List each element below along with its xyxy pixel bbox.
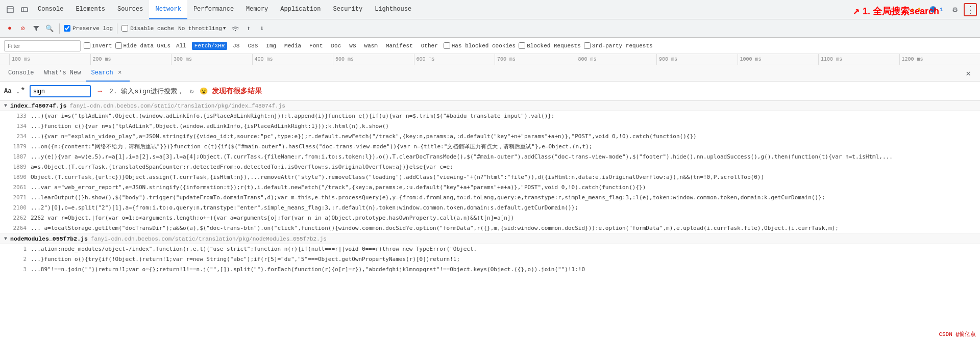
disable-cache-label[interactable]: Disable cache <box>121 25 174 32</box>
line-number: 1889 <box>12 163 31 172</box>
filter-font[interactable]: Font <box>307 42 325 50</box>
preserve-log-label[interactable]: Preserve log <box>64 25 113 32</box>
result-row[interactable]: 1890 Object.(T.currTask,{url:c})}Object.… <box>0 172 980 182</box>
result-row[interactable]: 2264 ... a=localStorage.getItem("docTran… <box>0 223 980 233</box>
tab-memory[interactable]: Memory <box>240 0 274 19</box>
filter-manifest[interactable]: Manifest <box>383 42 415 50</box>
result-row[interactable]: 3 ...89"!==n.join(""))return!1;var o={};… <box>0 265 980 275</box>
filter-ws[interactable]: WS <box>347 42 358 50</box>
third-party-label[interactable]: 3rd-party requests <box>584 42 653 49</box>
timeline-mark: 800 ms <box>576 54 657 65</box>
panel-tab-console[interactable]: Console <box>3 65 39 82</box>
result-row[interactable]: 2071 ...learOutput()}h.show(),$("body").… <box>0 193 980 203</box>
result-row[interactable]: 234 ...){var n="explain_video_play",a=JS… <box>0 132 980 142</box>
separator-1 <box>59 23 60 34</box>
invert-checkbox[interactable] <box>84 42 90 49</box>
line-number: 2071 <box>12 193 31 202</box>
svg-rect-0 <box>7 7 13 13</box>
tab-application[interactable]: Application <box>274 0 327 19</box>
has-blocked-label[interactable]: Has blocked cookies <box>444 42 516 49</box>
devtools-dock-icon[interactable] <box>3 0 17 19</box>
preserve-log-checkbox[interactable] <box>64 25 70 32</box>
search-refresh-icon[interactable]: ↻ <box>190 87 194 95</box>
file-group: ▼ nodeModules_055f7b2.js fanyi-cdn.cdn.b… <box>0 234 980 275</box>
stop-button[interactable]: ⊘ <box>17 23 29 34</box>
result-row[interactable]: 2061 ...var a="web_error_report",e=JSON.… <box>0 182 980 193</box>
timeline: 100 ms200 ms300 ms400 ms500 ms600 ms700 … <box>0 54 980 65</box>
panel-tab-whats-new[interactable]: What's New <box>39 65 86 82</box>
download-icon[interactable]: ⬇ <box>256 23 267 34</box>
tab-performance[interactable]: Performance <box>187 0 240 19</box>
filter-js[interactable]: JS <box>230 42 242 50</box>
filter-wasm[interactable]: Wasm <box>362 42 380 50</box>
result-row[interactable]: 1879 ...on({n:{content:"网络不给力，请稍后重试"}})}… <box>0 142 980 152</box>
timeline-mark: 600 ms <box>414 54 495 65</box>
has-blocked-checkbox[interactable] <box>444 42 450 49</box>
result-row[interactable]: 134 ...}function c(){var n=s("tplAdLink"… <box>0 121 980 132</box>
panel-close-icon[interactable]: ✕ <box>962 67 975 80</box>
tab-bar: Console Elements Sources Network Perform… <box>0 0 980 19</box>
record-button[interactable]: ● <box>4 23 15 34</box>
tab-lighthouse[interactable]: Lighthouse <box>369 0 418 19</box>
blocked-requests-label[interactable]: Blocked Requests <box>519 42 581 49</box>
filter-input[interactable] <box>4 40 81 51</box>
result-code: ...}function o(){try{if(!Object.)return!… <box>31 255 460 264</box>
online-icon[interactable] <box>230 23 241 34</box>
result-row[interactable]: 1889 a=s,Object.(T.currTask,{translatedS… <box>0 162 980 172</box>
result-code: ...89"!==n.join(""))return!1;var o={};re… <box>31 265 585 274</box>
result-row[interactable]: 2 ...}function o(){try{if(!Object.)retur… <box>0 254 980 265</box>
filter-img[interactable]: Img <box>263 42 279 50</box>
search-input[interactable] <box>34 88 75 95</box>
annotation-label: ↗ 1. 全局搜索search <box>853 4 939 18</box>
filter-media[interactable]: Media <box>282 42 304 50</box>
svg-marker-4 <box>33 26 39 31</box>
panel-tabs-right: ✕ <box>962 67 977 80</box>
tab-security[interactable]: Security <box>327 0 369 19</box>
line-number: 1 <box>12 245 31 254</box>
upload-icon[interactable]: ⬆ <box>243 23 254 34</box>
devtools-mode-icon[interactable] <box>17 0 32 19</box>
file-header[interactable]: ▼ index_f48074f.js fanyi-cdn.cdn.bcebos.… <box>0 101 980 111</box>
invert-checkbox-label[interactable]: Invert <box>84 42 112 49</box>
tab-console[interactable]: Console <box>32 0 69 19</box>
tab-elements[interactable]: Elements <box>69 0 111 19</box>
result-row[interactable]: 1 ...ation:node_modules/object-/index",f… <box>0 244 980 254</box>
disable-cache-checkbox[interactable] <box>121 25 128 32</box>
search-network-icon[interactable]: 🔍 <box>44 23 55 34</box>
search-regex-toggle[interactable]: .* <box>15 87 25 96</box>
result-row[interactable]: 2262 2262 var r=Object.|for(var o=1;o<ar… <box>0 213 980 223</box>
throttle-chevron-icon: ▼ <box>223 26 226 31</box>
filter-doc[interactable]: Doc <box>329 42 344 50</box>
settings-icon[interactable]: ⚙ <box>948 3 962 16</box>
tab-sources[interactable]: Sources <box>111 0 149 19</box>
blocked-requests-checkbox[interactable] <box>519 42 525 49</box>
third-party-checkbox[interactable] <box>584 42 591 49</box>
search-aa-toggle[interactable]: Aa <box>4 88 11 95</box>
throttle-select[interactable]: No throttling ▼ <box>176 24 228 33</box>
panel-tab-search[interactable]: Search × <box>86 65 129 82</box>
filter-other[interactable]: Other <box>419 42 440 50</box>
line-number: 1887 <box>12 152 31 162</box>
hide-data-urls-label[interactable]: Hide data URLs <box>115 42 170 49</box>
search-close-icon[interactable]: × <box>115 68 125 77</box>
result-row[interactable]: 1887 ...y(e)){var a=w(e,5),r=a[1],i=a[2]… <box>0 152 980 162</box>
filter-fetch-xhr[interactable]: Fetch/XHR <box>192 42 227 50</box>
result-row[interactable]: 2100 ...2")[0],o=e.split("2")[1],a={from… <box>0 203 980 213</box>
filter-icon[interactable] <box>31 23 42 34</box>
separator-2 <box>117 23 117 34</box>
filter-css[interactable]: CSS <box>245 42 260 50</box>
result-row[interactable]: 133 ...){var i=s("tplAdLink",Object.(win… <box>0 111 980 121</box>
tab-network[interactable]: Network <box>149 0 187 19</box>
timeline-marks: 100 ms200 ms300 ms400 ms500 ms600 ms700 … <box>4 54 980 65</box>
network-toolbar: ● ⊘ 🔍 Preserve log Disable cache No thro… <box>0 19 980 38</box>
timeline-mark: 500 ms <box>333 54 414 65</box>
filter-all[interactable]: All <box>174 42 189 50</box>
file-header[interactable]: ▼ nodeModules_055f7b2.js fanyi-cdn.cdn.b… <box>0 234 980 244</box>
timeline-mark: 300 ms <box>171 54 252 65</box>
result-code: ...on({n:{content:"网络不给力，请稍后重试"}})}funct… <box>31 142 593 151</box>
more-icon[interactable]: ⋮ <box>964 3 977 16</box>
result-code: ...var a="web_error_report",e=JSON.strin… <box>31 183 646 192</box>
line-number: 1879 <box>12 142 31 151</box>
hide-data-urls-checkbox[interactable] <box>115 42 122 49</box>
line-number: 2100 <box>12 203 31 213</box>
